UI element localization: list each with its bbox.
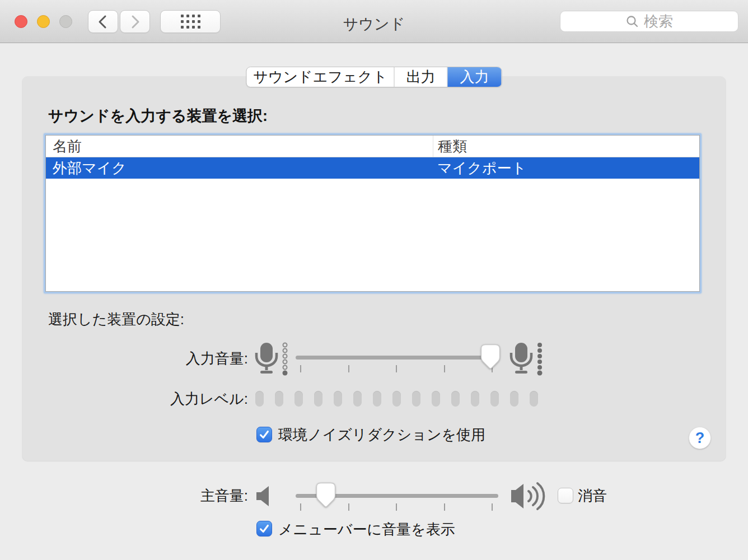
device-type-cell: マイクポート	[433, 158, 699, 178]
column-header-type[interactable]: 種類	[433, 136, 699, 157]
help-question-mark: ?	[695, 430, 705, 447]
slider-track[interactable]	[296, 356, 498, 360]
column-header-name[interactable]: 名前	[46, 136, 433, 157]
tab-output[interactable]: 出力	[395, 67, 448, 87]
master-volume-slider[interactable]	[296, 480, 498, 512]
help-button[interactable]: ?	[689, 427, 711, 449]
input-level-label: 入力レベル:	[0, 388, 248, 410]
search-field[interactable]: 検索	[560, 11, 738, 32]
microphone-quiet-icon	[254, 342, 289, 376]
check-icon	[258, 428, 270, 441]
menubar-volume-checkbox[interactable]	[256, 521, 272, 536]
titlebar: サウンド 検索	[0, 0, 748, 43]
check-icon	[258, 522, 270, 535]
master-volume-label: 主音量:	[0, 479, 248, 512]
input-level-meter	[255, 391, 538, 407]
tab-bar: サウンドエフェクト 出力 入力	[246, 67, 502, 87]
input-volume-label: 入力音量:	[0, 342, 248, 375]
input-volume-slider[interactable]	[296, 342, 498, 374]
input-volume-thumb[interactable]	[480, 344, 501, 371]
input-level-row: 入力レベル:	[0, 388, 748, 410]
slider-ticks	[300, 365, 493, 372]
mute-checkbox[interactable]	[558, 488, 573, 503]
speaker-high-icon	[511, 482, 548, 511]
device-name-cell: 外部マイク	[46, 158, 433, 178]
device-table-header: 名前 種類	[46, 136, 699, 157]
speaker-low-icon	[256, 486, 270, 506]
ambient-noise-label: 環境ノイズリダクションを使用	[278, 424, 485, 445]
input-volume-row: 入力音量:	[0, 342, 748, 375]
ambient-noise-checkbox[interactable]	[256, 427, 272, 442]
search-icon	[625, 15, 639, 28]
ambient-noise-row: 環境ノイズリダクションを使用	[0, 424, 748, 445]
table-row[interactable]: 外部マイク マイクポート	[46, 157, 699, 179]
menubar-volume-label: メニューバーに音量を表示	[278, 520, 455, 539]
settings-label: 選択した装置の設定:	[48, 310, 184, 329]
select-device-label: サウンドを入力する装置を選択:	[48, 106, 268, 126]
master-volume-row: 主音量: 消音	[0, 479, 748, 512]
search-placeholder: 検索	[644, 12, 673, 31]
mute-label: 消音	[578, 479, 607, 512]
tab-input[interactable]: 入力	[448, 67, 502, 87]
device-table: 名前 種類 外部マイク マイクポート	[44, 133, 702, 293]
microphone-loud-icon	[508, 342, 544, 376]
tab-sound-effects[interactable]: サウンドエフェクト	[247, 67, 395, 87]
master-volume-thumb[interactable]	[316, 482, 336, 509]
menubar-volume-row: メニューバーに音量を表示	[0, 520, 748, 540]
